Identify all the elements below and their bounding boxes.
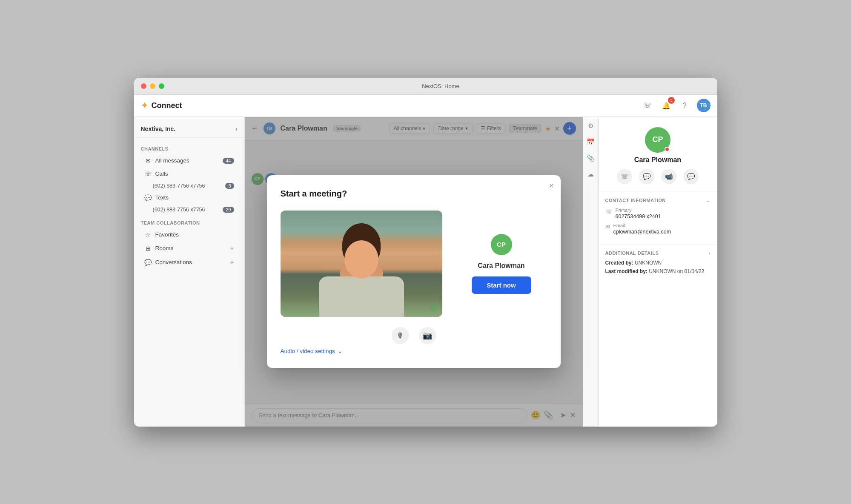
right-panel: CP Cara Plowman ☏ 💬 📹 💬 CONTACT INFORMAT…: [598, 117, 717, 427]
calls-count-badge: 3: [225, 183, 234, 189]
calendar-icon[interactable]: 📅: [587, 138, 595, 146]
contact-info-chevron-icon: ⌄: [706, 197, 711, 203]
video-preview: |||: [281, 211, 442, 317]
channels-section-label: Channels: [134, 141, 244, 154]
microphone-button[interactable]: 🎙: [392, 327, 409, 344]
audio-video-settings-link[interactable]: Audio / video settings ⌄: [281, 347, 547, 354]
additional-details-header[interactable]: ADDITIONAL DETAILS ›: [605, 251, 711, 256]
camera-icon: 📷: [423, 331, 432, 340]
callee-name: Cara Plowman: [478, 262, 524, 270]
traffic-lights: [141, 83, 164, 89]
attach-panel-icon[interactable]: 📎: [587, 154, 595, 162]
sidebar-item-texts[interactable]: 💬 Texts: [138, 191, 241, 204]
sidebar-item-favorites[interactable]: ☆ Favorites: [138, 228, 241, 241]
email-row: ✉ Email cplowman@nextiva.com: [605, 223, 711, 235]
rooms-icon: ⊞: [144, 245, 152, 252]
audio-indicator: |||: [431, 304, 437, 313]
modal-overlay: Start a meeting? ×: [245, 117, 583, 427]
video-contact-button[interactable]: 📹: [661, 169, 676, 184]
modal-title: Start a meeting?: [281, 189, 547, 199]
created-by-row: Created by: UNKNOWN: [605, 260, 711, 266]
sidebar-item-conversations[interactable]: 💬 Conversations +: [138, 256, 241, 269]
contact-info-header[interactable]: CONTACT INFORMATION ⌄: [605, 197, 711, 203]
call-contact-button[interactable]: ☏: [617, 169, 632, 184]
sidebar-item-all-messages[interactable]: ✉ All messages 44: [138, 154, 241, 167]
company-chevron-icon[interactable]: ›: [235, 125, 238, 132]
cloud-icon[interactable]: ☁: [587, 171, 594, 178]
conversations-icon: 💬: [144, 259, 152, 266]
person-video: [281, 211, 442, 317]
text-icon: 💬: [144, 194, 152, 201]
contact-panel-top: CP Cara Plowman ☏ 💬 📹 💬: [599, 117, 717, 191]
meeting-modal: Start a meeting? ×: [267, 175, 561, 368]
logo-icon: ✦: [141, 100, 148, 111]
settings-panel-icon[interactable]: ⚙: [588, 122, 593, 130]
modal-controls: 🎙 📷: [281, 327, 547, 344]
sidebar-sub-texts-number[interactable]: (602) 883-7756 x7756 29: [138, 205, 241, 215]
sidebar-item-calls[interactable]: ☏ Calls: [138, 168, 241, 180]
sidebar: Nextiva, Inc. › Channels ✉ All messages …: [134, 117, 245, 427]
notification-badge: 1: [668, 97, 675, 104]
rooms-add-button[interactable]: +: [230, 245, 234, 252]
conversations-add-button[interactable]: +: [230, 259, 234, 266]
contact-panel-avatar: CP: [645, 127, 670, 153]
notification-button[interactable]: 🔔 1: [659, 99, 673, 112]
phone-info-icon: ☏: [605, 208, 612, 215]
help-button[interactable]: ?: [678, 99, 692, 112]
phone-icon: ☏: [144, 171, 152, 177]
phone-icon-button[interactable]: ☏: [641, 99, 654, 112]
face-shape: [344, 240, 378, 279]
app-name: Connect: [152, 101, 182, 110]
chat-contact-button[interactable]: 💬: [683, 169, 699, 184]
top-bar-right: ☏ 🔔 1 ? TB: [641, 99, 711, 112]
start-meeting-button[interactable]: Start now: [472, 276, 531, 294]
settings-chevron-icon: ⌄: [338, 347, 343, 354]
right-sidebar-icons: ⚙ 📅 📎 ☁: [583, 117, 598, 427]
modal-close-button[interactable]: ×: [549, 182, 554, 190]
texts-count-badge: 29: [223, 207, 234, 213]
sidebar-sub-calls-number[interactable]: (602) 883-7756 x7756 3: [138, 181, 241, 191]
app-window: NextOS: Home ✦ Connect ☏ 🔔 1 ? TB: [134, 78, 717, 427]
camera-button[interactable]: 📷: [419, 327, 436, 344]
fullscreen-button[interactable]: [159, 83, 164, 89]
minimize-button[interactable]: [150, 83, 155, 89]
message-contact-button[interactable]: 💬: [639, 169, 654, 184]
window-title: NextOS: Home: [171, 83, 711, 89]
mail-icon: ✉: [144, 157, 152, 164]
titlebar: NextOS: Home: [134, 78, 717, 95]
modal-content: ||| CP Cara Plowman Start now: [281, 211, 547, 317]
additional-chevron-icon: ›: [708, 251, 710, 256]
main-layout: Nextiva, Inc. › Channels ✉ All messages …: [134, 117, 717, 427]
user-avatar[interactable]: TB: [697, 99, 711, 112]
team-section-label: Team collaboration: [134, 215, 244, 228]
primary-phone-row: ☏ Primary 6027534499 x2401: [605, 208, 711, 219]
primary-phone-info: Primary 6027534499 x2401: [616, 208, 661, 219]
email-info-icon: ✉: [605, 224, 610, 230]
contact-info-section: CONTACT INFORMATION ⌄ ☏ Primary 60275344…: [599, 191, 717, 245]
sidebar-item-rooms[interactable]: ⊞ Rooms +: [138, 242, 241, 255]
content-area: ← TB Cara Plowman Teammate All channels …: [245, 117, 583, 427]
company-name[interactable]: Nextiva, Inc. ›: [134, 122, 244, 138]
all-messages-badge: 44: [223, 158, 234, 164]
online-status-dot: [665, 147, 670, 152]
close-button[interactable]: [141, 83, 146, 89]
email-info: Email cplowman@nextiva.com: [613, 223, 671, 235]
mic-icon: 🎙: [396, 331, 404, 340]
contact-panel-name: Cara Plowman: [634, 156, 681, 164]
body-shape: [319, 276, 404, 317]
modal-right: CP Cara Plowman Start now: [456, 234, 547, 294]
contact-actions: ☏ 💬 📹 💬: [617, 169, 699, 184]
app-logo: ✦ Connect: [141, 100, 182, 111]
callee-avatar: CP: [491, 234, 512, 255]
star-icon: ☆: [144, 231, 152, 238]
additional-details-section: ADDITIONAL DETAILS › Created by: UNKNOWN…: [599, 245, 717, 283]
video-bg: [281, 211, 442, 317]
top-bar: ✦ Connect ☏ 🔔 1 ? TB: [134, 95, 717, 117]
modified-by-row: Last modified by: UNKNOWN on 01/04/22: [605, 268, 711, 274]
